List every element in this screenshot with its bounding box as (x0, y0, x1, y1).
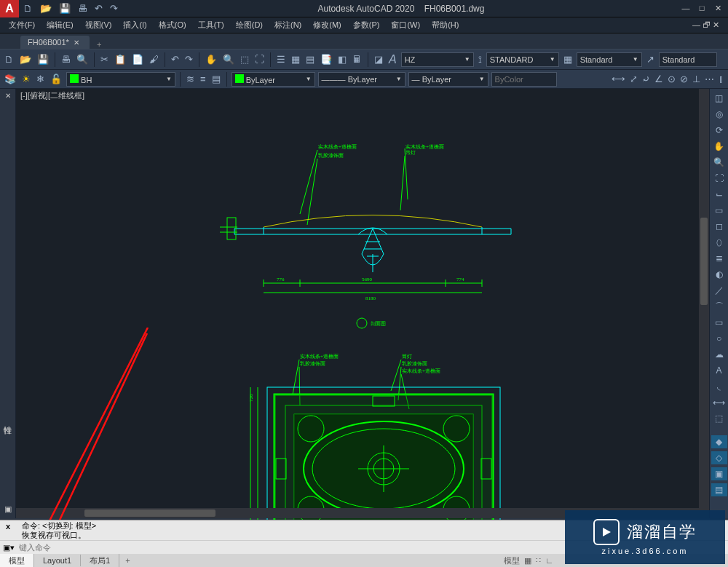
draworder-icon[interactable]: ◪ (373, 52, 384, 66)
layers-icon[interactable]: ≣ (713, 252, 726, 265)
dim-angular-icon[interactable]: ∠ (653, 72, 665, 86)
nav-cube-icon[interactable]: ◫ (713, 92, 726, 105)
plotstyle-drop[interactable]: ByColor (491, 72, 557, 87)
designcenter-icon[interactable]: ▦ (290, 52, 301, 66)
qat-redo-icon[interactable]: ↷ (108, 1, 119, 15)
dim-linear-icon[interactable]: ⟷ (610, 72, 627, 86)
palette-d-icon[interactable]: ▤ (711, 483, 727, 496)
layer-manager-icon[interactable]: 📚 (3, 72, 17, 86)
dim-ordinate-icon[interactable]: ⊥ (691, 72, 702, 86)
qat-open-icon[interactable]: 📂 (39, 1, 53, 15)
qat-undo-icon[interactable]: ↶ (93, 1, 104, 15)
print-icon[interactable]: 🖶 (60, 52, 72, 66)
properties-palette-collapsed[interactable]: ✕ 特性 ▣ (0, 89, 16, 518)
add-layout-button[interactable]: + (119, 556, 135, 565)
drawing-canvas[interactable]: [-][俯视][二维线框] 实木线条+道檐面 乳胶漆饰面 吊灯 实木线条+道檐面 (16, 89, 709, 518)
status-ortho-icon[interactable]: ∟ (545, 556, 553, 565)
horizontal-scrollbar[interactable] (16, 508, 699, 518)
dim-radius-icon[interactable]: ⊙ (666, 72, 677, 86)
tab-layout2[interactable]: 布局1 (81, 554, 119, 568)
table-style-drop[interactable]: Standard▼ (577, 52, 642, 67)
status-model[interactable]: 模型 (504, 555, 520, 566)
menu-format[interactable]: 格式(O) (153, 18, 192, 32)
view-plane-icon[interactable]: ▭ (713, 204, 726, 217)
dim-baseline-icon[interactable]: ⫿ (717, 72, 725, 86)
command-input[interactable] (19, 543, 725, 552)
layer-prev-icon[interactable]: ≡ (199, 72, 207, 86)
dim-aligned-icon[interactable]: ⤢ (628, 72, 639, 86)
dim-arc-icon[interactable]: ⤾ (641, 72, 652, 86)
box-icon[interactable]: ◻ (713, 220, 726, 233)
dim-style-drop[interactable]: STANDARD▼ (486, 52, 559, 67)
open-icon[interactable]: 📂 (18, 52, 33, 66)
palette-c-icon[interactable]: ▣ (711, 467, 727, 480)
doc-window-controls[interactable]: — 🗗 ✕ (692, 20, 725, 30)
zoom-icon[interactable]: 🔍 (221, 52, 236, 66)
menu-modify[interactable]: 修改(M) (307, 18, 347, 32)
text-style-drop[interactable]: HZ▼ (401, 52, 474, 67)
arc-icon[interactable]: ⌒ (713, 300, 726, 313)
minimize-button[interactable]: — (680, 4, 692, 13)
palette-a-icon[interactable]: ◆ (711, 435, 727, 448)
close-tab-icon[interactable]: ✕ (74, 39, 79, 47)
dim-continue-icon[interactable]: ⋯ (703, 72, 716, 86)
palette-b-icon[interactable]: ◇ (711, 451, 727, 464)
dimension-icon[interactable]: ⟷ (713, 396, 726, 409)
lineweight-drop[interactable]: — ByLayer ▼ (408, 72, 488, 87)
new-tab-button[interactable]: + (90, 40, 108, 49)
visual-style-icon[interactable]: ◐ (713, 268, 726, 281)
toolpalettes-icon[interactable]: ▤ (304, 52, 316, 66)
save-icon[interactable]: 💾 (36, 52, 50, 66)
menu-edit[interactable]: 编辑(E) (41, 18, 79, 32)
pan-icon[interactable]: ✋ (204, 52, 218, 66)
line-icon[interactable]: ／ (713, 284, 726, 297)
undo-icon[interactable]: ↶ (170, 52, 181, 66)
freeze-icon[interactable]: ❄ (35, 72, 46, 86)
menu-draw[interactable]: 绘图(D) (230, 18, 269, 32)
sun-icon[interactable]: ☀ (20, 72, 32, 86)
mleader-style-icon[interactable]: ↗ (645, 52, 656, 66)
revcloud-icon[interactable]: ☁ (713, 348, 726, 361)
menu-parametric[interactable]: 参数(P) (347, 18, 386, 32)
match-icon[interactable]: 🖌 (148, 52, 160, 66)
layer-match-icon[interactable]: ≋ (185, 72, 196, 86)
sheetset-icon[interactable]: 📑 (319, 52, 333, 66)
rectangle-icon[interactable]: ▭ (713, 316, 726, 329)
ucs-icon[interactable]: ⌙ (713, 188, 726, 201)
layer-state-icon[interactable]: ▤ (210, 72, 222, 86)
zoom-extents-icon[interactable]: ⛶ (253, 52, 266, 66)
command-window[interactable]: x 命令: <切换到: 模型> 恢复视存可视口。 ▣▾ (0, 520, 728, 554)
new-icon[interactable]: 🗋 (3, 52, 15, 66)
tab-layout1[interactable]: Layout1 (34, 555, 81, 566)
vertical-scrollbar[interactable] (699, 89, 709, 518)
palette-close-icon[interactable]: ✕ (5, 92, 11, 100)
layer-drop[interactable]: BH ▼ (66, 72, 175, 87)
tab-model[interactable]: 模型 (0, 554, 34, 568)
menu-file[interactable]: 文件(F) (3, 18, 41, 32)
maximize-button[interactable]: □ (696, 4, 708, 13)
text-icon[interactable]: A (713, 364, 726, 377)
block-icon[interactable]: ⬚ (713, 412, 726, 425)
linetype-drop[interactable]: ——— ByLayer ▼ (318, 72, 405, 87)
copy-icon[interactable]: 📋 (113, 52, 127, 66)
cylinder-icon[interactable]: ⬯ (713, 236, 726, 249)
close-button[interactable]: ✕ (712, 4, 724, 13)
table-style-icon[interactable]: ▦ (562, 52, 574, 66)
lock-icon[interactable]: 🔓 (49, 72, 63, 86)
orbit-icon[interactable]: ⟳ (713, 124, 726, 137)
zoom-extents-icon[interactable]: ⛶ (713, 172, 726, 185)
circle-icon[interactable]: ○ (713, 332, 726, 345)
status-snap-icon[interactable]: ∷ (536, 556, 541, 566)
cmd-close-icon[interactable]: x (6, 522, 10, 531)
menu-help[interactable]: 帮助(H) (426, 18, 464, 32)
status-bar[interactable]: 模型 ▦ ∷ ∟ (504, 555, 728, 566)
dim-style-icon[interactable]: ⟟ (477, 52, 483, 67)
file-tab-active[interactable]: FH06B001* ✕ (20, 36, 90, 49)
dim-diameter-icon[interactable]: ⊘ (678, 72, 689, 86)
menu-tools[interactable]: 工具(T) (192, 18, 230, 32)
properties-icon[interactable]: ☰ (275, 52, 287, 66)
color-drop[interactable]: ByLayer ▼ (232, 72, 315, 87)
app-logo[interactable]: A (0, 0, 19, 17)
menu-window[interactable]: 窗口(W) (385, 18, 426, 32)
menu-dimension[interactable]: 标注(N) (269, 18, 307, 32)
